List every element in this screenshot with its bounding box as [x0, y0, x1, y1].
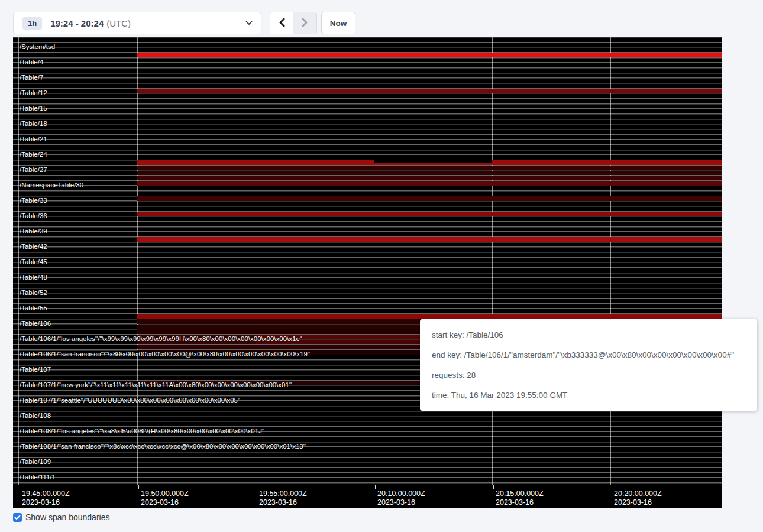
- axis-tick-label: 20:15:00.000Z2023-03-16: [496, 489, 544, 507]
- span-key-label: /Table/4: [20, 59, 43, 66]
- heat-band: [137, 340, 256, 345]
- span-key-label: /Table/106/1/"los angeles"/"\x99\x99\x99…: [20, 335, 302, 342]
- axis-tick-label: 20:10:00.000Z2023-03-16: [377, 489, 425, 507]
- show-span-boundaries-toggle[interactable]: Show span boundaries: [13, 512, 109, 522]
- axis-tick: [20, 485, 20, 489]
- time-nav-group: [270, 12, 317, 34]
- axis-tick-label: 19:45:00.000Z2023-03-16: [22, 489, 70, 507]
- bucket-tooltip: start key: /Table/106 end key: /Table/10…: [420, 319, 757, 411]
- axis-tick: [138, 485, 139, 489]
- heat-band: [137, 181, 722, 186]
- span-key-label: /Table/48: [20, 274, 47, 281]
- time-range-text: 19:24 - 20:24: [50, 18, 104, 28]
- span-key-label: /Table/107/1/"new york"/"\x11\x11\x11\x1…: [20, 381, 292, 388]
- heat-band: [137, 196, 722, 201]
- time-zone-text: (UTC): [106, 18, 131, 28]
- span-key-label: /Table/52: [20, 289, 47, 296]
- span-key-label: /Table/21: [20, 135, 47, 142]
- axis-tick-label: 20:20:00.000Z2023-03-16: [614, 489, 662, 507]
- heat-band: [137, 335, 256, 339]
- time-gridline: [137, 37, 138, 485]
- checkbox-checked-icon[interactable]: [13, 513, 22, 522]
- heat-band: [137, 89, 722, 93]
- span-key-label: /Table/15: [20, 105, 47, 112]
- key-visualizer-heatmap[interactable]: /System/tsd/Table/4/Table/7/Table/12/Tab…: [13, 37, 722, 508]
- time-gridline: [374, 37, 374, 485]
- axis-tick-label: 19:55:00.000Z2023-03-16: [259, 489, 307, 507]
- span-key-label: /Table/7: [20, 74, 43, 81]
- span-key-label: /Table/39: [20, 228, 47, 235]
- span-key-label: /Table/24: [20, 151, 47, 158]
- heat-band: [137, 314, 722, 319]
- heat-band: [137, 237, 722, 242]
- show-span-boundaries-label: Show span boundaries: [25, 512, 109, 522]
- span-key-label: /Table/42: [20, 243, 47, 250]
- span-key-label: /Table/36: [20, 212, 47, 219]
- span-key-label: /Table/107: [20, 366, 51, 373]
- span-key-label: /Table/27: [20, 166, 47, 173]
- heat-band: [137, 166, 722, 170]
- tooltip-start-key: start key: /Table/106: [432, 325, 749, 345]
- chevron-right-icon: [301, 18, 309, 29]
- heat-band-gap: [374, 160, 492, 163]
- span-key-label: /Table/111/1: [20, 473, 56, 481]
- heat-band: [137, 176, 722, 180]
- span-key-label: /Table/108/1/"los angeles"/"\xa8\xf5\u00…: [20, 427, 264, 434]
- span-key-label: /Table/108/1/"san francisco"/"\x8c\xcc\x…: [20, 443, 306, 450]
- span-key-label: /Table/18: [20, 120, 47, 127]
- next-time-button[interactable]: [293, 12, 316, 34]
- heat-band: [137, 212, 722, 216]
- span-key-label: /Table/33: [20, 197, 47, 204]
- span-key-label: /System/tsd: [20, 43, 55, 50]
- span-key-label: /Table/12: [20, 89, 47, 96]
- axis-tick-label: 19:50:00.000Z2023-03-16: [141, 489, 189, 507]
- heat-band: [137, 171, 722, 176]
- time-gridline: [18, 37, 19, 485]
- axis-tick: [257, 485, 257, 489]
- span-key-label: /Table/107/1/"seattle"/"UUUUUUD\x00\x80\…: [20, 397, 240, 404]
- axis-tick: [612, 485, 612, 489]
- heat-band: [137, 160, 722, 165]
- tooltip-end-key: end key: /Table/106/1/"amsterdam"/"\xb33…: [432, 345, 749, 365]
- time-range-selector[interactable]: 1h 19:24 - 20:24 (UTC): [13, 12, 261, 34]
- time-gridline: [610, 37, 611, 485]
- now-button[interactable]: Now: [321, 12, 355, 34]
- span-boundary-lines: [13, 37, 722, 485]
- tooltip-requests: requests: 28: [432, 365, 749, 385]
- time-gridline: [256, 37, 256, 485]
- span-key-label: /Table/109: [20, 458, 51, 465]
- heat-band: [137, 53, 722, 57]
- time-gridline: [492, 37, 493, 485]
- span-key-label: /Table/106/1/"san francisco"/"\x80\x00\x…: [20, 351, 310, 358]
- span-key-label: /Table/106: [20, 320, 51, 327]
- span-key-label: /NamespaceTable/30: [20, 181, 83, 189]
- axis-tick: [493, 485, 494, 489]
- time-window-badge: 1h: [22, 17, 42, 30]
- axis-tick: [375, 485, 376, 489]
- tooltip-time: time: Thu, 16 Mar 2023 19:55:00 GMT: [432, 385, 749, 406]
- span-key-label: /Table/45: [20, 258, 47, 265]
- span-key-label: /Table/55: [20, 304, 47, 312]
- chevron-left-icon: [278, 18, 286, 29]
- span-key-label: /Table/108: [20, 412, 51, 419]
- chevron-down-icon: [245, 21, 253, 25]
- prev-time-button[interactable]: [270, 12, 293, 34]
